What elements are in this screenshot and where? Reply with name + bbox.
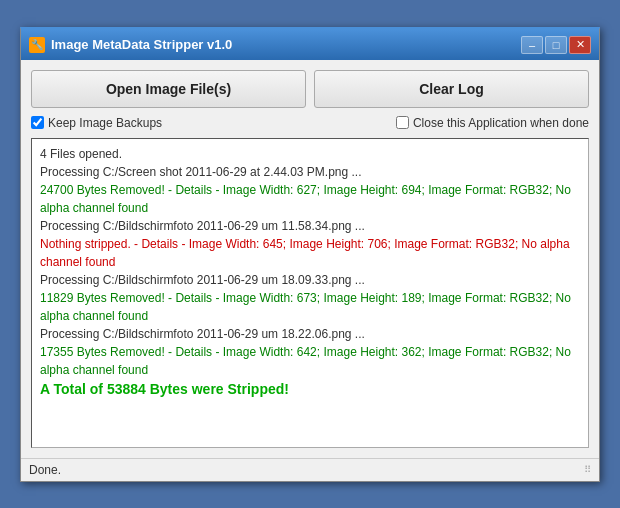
toolbar: Open Image File(s) Clear Log xyxy=(31,70,589,108)
clear-log-button[interactable]: Clear Log xyxy=(314,70,589,108)
content-area: Open Image File(s) Clear Log Keep Image … xyxy=(21,60,599,458)
close-when-done-checkbox[interactable] xyxy=(396,116,409,129)
log-line: Processing C:/Bildschirmfoto 2011-06-29 … xyxy=(40,325,580,343)
main-window: 🔧 Image MetaData Stripper v1.0 – □ ✕ Ope… xyxy=(20,27,600,482)
close-when-done-label[interactable]: Close this Application when done xyxy=(396,116,589,130)
keep-backup-text: Keep Image Backups xyxy=(48,116,162,130)
log-line: A Total of 53884 Bytes were Stripped! xyxy=(40,379,580,400)
keep-backup-checkbox[interactable] xyxy=(31,116,44,129)
options-row: Keep Image Backups Close this Applicatio… xyxy=(31,116,589,130)
window-title: Image MetaData Stripper v1.0 xyxy=(51,37,232,52)
log-line: Processing C:/Bildschirmfoto 2011-06-29 … xyxy=(40,217,580,235)
log-line: Nothing stripped. - Details - Image Widt… xyxy=(40,235,580,271)
close-button[interactable]: ✕ xyxy=(569,36,591,54)
log-line: 17355 Bytes Removed! - Details - Image W… xyxy=(40,343,580,379)
log-line: Processing C:/Screen shot 2011-06-29 at … xyxy=(40,163,580,181)
keep-backup-label[interactable]: Keep Image Backups xyxy=(31,116,162,130)
log-line: 11829 Bytes Removed! - Details - Image W… xyxy=(40,289,580,325)
close-when-done-text: Close this Application when done xyxy=(413,116,589,130)
resize-grip: ⠿ xyxy=(584,464,591,475)
restore-button[interactable]: □ xyxy=(545,36,567,54)
log-line: Processing C:/Bildschirmfoto 2011-06-29 … xyxy=(40,271,580,289)
status-text: Done. xyxy=(29,463,61,477)
open-image-button[interactable]: Open Image File(s) xyxy=(31,70,306,108)
log-area[interactable]: 4 Files opened.Processing C:/Screen shot… xyxy=(31,138,589,448)
log-line: 24700 Bytes Removed! - Details - Image W… xyxy=(40,181,580,217)
titlebar-controls: – □ ✕ xyxy=(521,36,591,54)
minimize-button[interactable]: – xyxy=(521,36,543,54)
log-line: 4 Files opened. xyxy=(40,145,580,163)
app-icon: 🔧 xyxy=(29,37,45,53)
statusbar: Done. ⠿ xyxy=(21,458,599,481)
titlebar: 🔧 Image MetaData Stripper v1.0 – □ ✕ xyxy=(21,30,599,60)
titlebar-left: 🔧 Image MetaData Stripper v1.0 xyxy=(29,37,232,53)
